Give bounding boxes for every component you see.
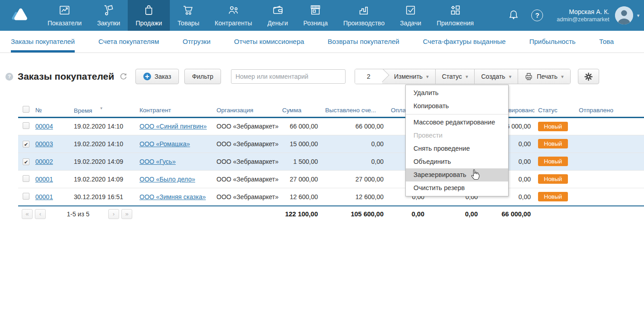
column-header-organization[interactable]: Организация xyxy=(213,104,279,117)
table-row[interactable]: ✔ 00003 19.02.2020 14:10 ООО «Ромашка» О… xyxy=(18,135,644,153)
row-checkbox[interactable] xyxy=(23,175,29,182)
nav-item-sales[interactable]: Продажи xyxy=(128,0,169,31)
hand-truck-icon xyxy=(102,4,115,18)
tab-customer-returns[interactable]: Возвраты покупателей xyxy=(328,31,399,52)
status-badge[interactable]: Новый xyxy=(538,157,568,166)
cash-register-icon xyxy=(309,4,322,18)
nav-item-counterparties[interactable]: Контрагенты xyxy=(207,0,260,31)
tab-goods-truncated[interactable]: Това xyxy=(599,31,614,52)
total-paid: 0,00 xyxy=(387,206,428,221)
app-logo[interactable] xyxy=(0,0,40,31)
select-all-checkbox[interactable] xyxy=(23,106,29,113)
edit-dropdown-button[interactable]: Изменить ▾ xyxy=(382,69,435,84)
table-row[interactable]: ✔ 00002 19.02.2020 14:09 ООО «Гусь» ООО … xyxy=(18,153,644,170)
shopping-bag-icon xyxy=(143,4,155,18)
help-icon[interactable]: ? xyxy=(531,10,543,21)
chevron-down-icon: ▾ xyxy=(509,69,512,84)
search-input[interactable] xyxy=(231,69,346,84)
order-number-link[interactable]: 00001 xyxy=(35,193,53,200)
status-dropdown-label: Статус xyxy=(442,69,462,84)
tab-commission-reports[interactable]: Отчеты комиссионера xyxy=(234,31,304,52)
refresh-icon[interactable] xyxy=(120,73,127,81)
menu-item-mass-edit[interactable]: Массовое редактирование xyxy=(406,116,508,129)
menu-item-delete[interactable]: Удалить xyxy=(406,86,508,100)
menu-item-unpost[interactable]: Снять проведение xyxy=(406,142,508,155)
menu-separator xyxy=(406,114,508,115)
organization: ООО «Зебрамаркет» xyxy=(213,188,279,205)
nav-item-money[interactable]: Деньги xyxy=(260,0,296,31)
status-dropdown-button[interactable]: Статус ▾ xyxy=(435,69,475,84)
table-row[interactable]: 00001 30.12.2019 16:51 ООО «Зимняя сказк… xyxy=(18,188,644,205)
menu-item-clear-reserve[interactable]: Очистить резерв xyxy=(406,181,508,195)
user-info[interactable]: Морская А. К. admin@zebramarket xyxy=(557,8,609,23)
order-number-link[interactable]: 00004 xyxy=(35,123,53,130)
contragent-link[interactable]: ООО «Гусь» xyxy=(139,158,176,165)
settings-gear-button[interactable] xyxy=(578,69,599,84)
nav-item-label: Закупки xyxy=(97,19,120,27)
pagination-first-button[interactable]: « xyxy=(22,209,33,219)
create-dropdown-button[interactable]: Создать ▾ xyxy=(474,69,518,84)
gear-icon xyxy=(584,72,593,81)
sum-value: 27 000,00 xyxy=(279,170,322,188)
column-header-invoiced[interactable]: Выставлено сче... xyxy=(322,104,387,117)
nav-item-indicators[interactable]: Показатели xyxy=(40,0,89,31)
print-dropdown-button[interactable]: Печать ▾ xyxy=(518,69,570,84)
column-header-time[interactable]: Время▼ xyxy=(70,104,136,117)
order-number-link[interactable]: 00003 xyxy=(35,140,53,148)
order-number-link[interactable]: 00001 xyxy=(35,176,53,183)
nav-item-retail[interactable]: Розница xyxy=(296,0,336,31)
status-badge[interactable]: Новый xyxy=(538,174,568,184)
contragent-link[interactable]: ООО «Ромашка» xyxy=(139,140,190,148)
tab-customer-orders[interactable]: Заказы покупателей xyxy=(11,31,75,52)
user-email: admin@zebramarket xyxy=(557,16,609,23)
nav-item-apps[interactable]: Приложения xyxy=(429,0,481,31)
row-checkbox[interactable] xyxy=(23,122,29,129)
menu-item-merge[interactable]: Объединить xyxy=(406,155,508,168)
column-header-number[interactable]: № xyxy=(32,104,70,117)
pagination-next-button[interactable]: › xyxy=(108,209,119,219)
checkbox-task-icon xyxy=(404,4,417,18)
tab-profitability[interactable]: Прибыльность xyxy=(529,31,576,52)
status-badge[interactable]: Новый xyxy=(538,122,568,131)
column-header-sent[interactable]: Отправлено xyxy=(575,104,644,117)
status-badge[interactable]: Новый xyxy=(538,139,568,148)
row-checkbox[interactable] xyxy=(23,193,29,200)
contragent-link[interactable]: ООО «Зимняя сказка» xyxy=(139,193,206,200)
pagination-prev-button[interactable]: ‹ xyxy=(35,209,46,219)
table-row[interactable]: 00004 19.02.2020 14:10 ООО «Синий пингви… xyxy=(18,117,644,135)
page-toolbar: ? Заказы покупателей Заказ Фильтр 2 Изме… xyxy=(5,68,628,85)
nav-item-goods[interactable]: Товары xyxy=(170,0,207,31)
nav-item-label: Продажи xyxy=(135,19,162,27)
nav-item-production[interactable]: Производство xyxy=(336,0,392,31)
order-number-link[interactable]: 00002 xyxy=(35,158,53,165)
nav-item-label: Розница xyxy=(303,19,328,27)
row-checkbox[interactable]: ✔ xyxy=(23,141,29,148)
tab-customer-invoices[interactable]: Счета покупателям xyxy=(98,31,159,52)
table-row[interactable]: 00001 19.02.2020 14:09 ООО «Было дело» О… xyxy=(18,170,644,188)
column-header-contragent[interactable]: Контрагент xyxy=(136,104,213,117)
status-badge[interactable]: Новый xyxy=(538,192,568,201)
moysklad-logo-icon xyxy=(10,6,30,24)
menu-item-reserve[interactable]: Зарезервировать xyxy=(406,168,508,181)
row-checkbox[interactable]: ✔ xyxy=(23,158,29,165)
menu-item-copy[interactable]: Копировать xyxy=(406,100,508,113)
tab-shipments[interactable]: Отгрузки xyxy=(183,31,211,52)
contragent-link[interactable]: ООО «Синий пингвин» xyxy=(139,123,207,130)
pagination-last-button[interactable]: » xyxy=(121,209,132,219)
tab-issued-invoices[interactable]: Счета-фактуры выданные xyxy=(423,31,506,52)
nav-item-purchases[interactable]: Закупки xyxy=(89,0,128,31)
page-help-icon[interactable]: ? xyxy=(5,73,13,81)
nav-item-tasks[interactable]: Задачи xyxy=(392,0,429,31)
sent-value xyxy=(575,117,644,135)
user-avatar[interactable] xyxy=(615,6,633,24)
filter-button[interactable]: Фильтр xyxy=(184,69,221,84)
organization: ООО «Зебрамаркет» xyxy=(213,170,279,188)
user-menu-caret-icon[interactable]: ▾ xyxy=(637,13,639,19)
chevron-down-icon: ▾ xyxy=(561,69,564,84)
notifications-bell-icon[interactable] xyxy=(508,9,519,22)
column-header-sum[interactable]: Сумма xyxy=(279,104,322,117)
actions-button-group: 2 Изменить ▾ Статус ▾ Создать ▾ Печать ▾ xyxy=(355,69,571,84)
column-header-status[interactable]: Статус xyxy=(534,104,575,117)
new-order-button[interactable]: Заказ xyxy=(135,69,179,84)
contragent-link[interactable]: ООО «Было дело» xyxy=(139,176,195,183)
